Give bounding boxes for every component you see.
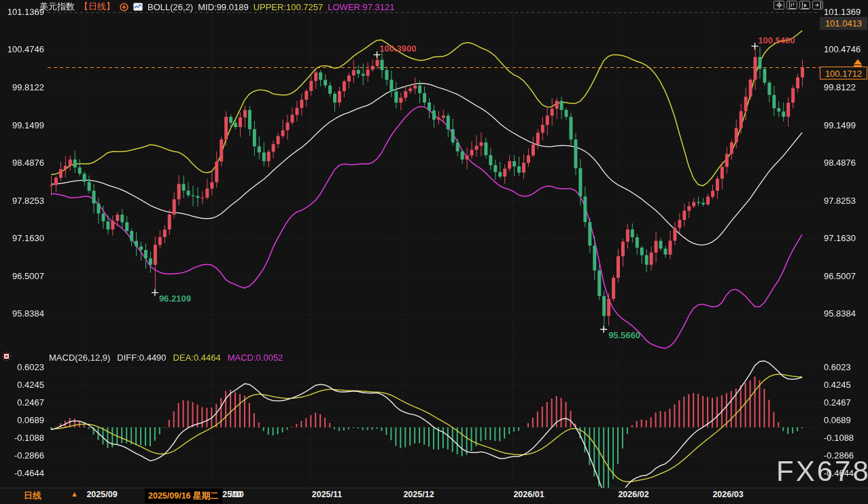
macd-axis-label-right: 0.6023	[824, 362, 851, 372]
price-axis-label-right: 100.4746	[824, 44, 861, 54]
month-label: 2026/01	[513, 490, 544, 499]
high-price-annotation: 100.3900	[380, 43, 417, 54]
main-chart-canvas[interactable]	[0, 0, 868, 349]
macd-axis-label-left: 0.2467	[0, 397, 44, 408]
macd-axis-label-right: 0.0689	[824, 415, 851, 425]
macd-chart-canvas[interactable]	[0, 349, 868, 488]
macd-hist-value: MACD:0.0052	[228, 353, 283, 363]
indicator-alert-icon[interactable]	[1, 351, 12, 364]
price-axis-label-left: 96.5007	[0, 271, 44, 281]
price-axis-label-left: 95.8384	[0, 308, 44, 319]
symbol-name: 美元指数	[39, 1, 75, 13]
session-high-price-label: 101.0413	[820, 17, 867, 30]
month-label-partial: /10	[230, 490, 241, 499]
price-axis-label-right: 99.8122	[824, 82, 856, 92]
month-label: 2025/11	[312, 490, 343, 499]
boll-mid-value: MID:99.0189	[198, 2, 248, 12]
boll-params: BOLL(26,2)	[147, 2, 193, 12]
period-selector-arrow-icon[interactable]: ▲	[71, 490, 78, 498]
price-axis-label-left: 101.1369	[0, 7, 44, 17]
crosshair-date-tooltip: 2025/09/16 星期二	[145, 488, 222, 503]
chart-toolbar	[774, 1, 823, 10]
boll-upper-value: UPPER:100.7257	[254, 2, 324, 12]
high-price-annotation: 100.5400	[759, 35, 795, 46]
price-axis-label-right: 97.8253	[824, 196, 856, 206]
macd-axis-label-left: -0.2866	[0, 450, 44, 461]
price-axis-label-left: 100.4746	[0, 44, 44, 54]
macd-axis-label-right: 0.2467	[824, 397, 851, 408]
price-marker-base	[854, 65, 862, 67]
macd-axis-label-right: -0.1088	[824, 433, 854, 443]
price-axis-label-right: 99.1499	[824, 120, 856, 130]
collapse-panel-button[interactable]	[812, 1, 823, 10]
period-tag[interactable]: 【日线】	[80, 1, 115, 13]
macd-diff-value: DIFF:0.4490	[117, 353, 166, 363]
price-axis-label-left: 97.1630	[0, 233, 44, 243]
month-label: 2026/03	[712, 490, 743, 499]
price-axis-label-right: 101.1369	[824, 7, 861, 17]
macd-axis-label-left: -0.4644	[0, 468, 44, 478]
price-axis-label-right: 98.4876	[824, 158, 856, 168]
month-label: 2025/09	[86, 490, 117, 499]
chart-app: 美元指数 【日线】 BOLL(26,2) MID:99.0189 UPPER:1…	[0, 0, 868, 504]
low-price-annotation: 96.2109	[159, 293, 191, 304]
macd-params: MACD(26,12,9)	[49, 353, 110, 363]
macd-header: MACD(26,12,9) DIFF:0.4490 DEA:0.4464 MAC…	[49, 353, 283, 363]
macd-axis-label-left: 0.0689	[0, 415, 44, 425]
price-axis-label-right: 96.5007	[824, 271, 856, 281]
macd-axis-label-left: 0.4245	[0, 380, 44, 390]
price-axis-label-left: 98.4876	[0, 158, 44, 168]
mini-chart-icon[interactable]	[133, 3, 143, 11]
price-axis-label-right: 97.1630	[824, 233, 856, 243]
scale-axis-left-button[interactable]	[786, 1, 797, 10]
macd-axis-label-right: 0.4245	[824, 380, 851, 390]
macd-dea-value: DEA:0.4464	[173, 353, 221, 363]
chart-header: 美元指数 【日线】 BOLL(26,2) MID:99.0189 UPPER:1…	[39, 1, 395, 12]
watermark: FX678	[776, 455, 868, 488]
last-price-label: 100.1712	[820, 67, 867, 79]
macd-axis-label-left: -0.1088	[0, 433, 44, 443]
price-marker-icon	[854, 59, 862, 65]
month-label: 2025/12	[403, 490, 434, 499]
price-axis-label-right: 95.8384	[824, 308, 856, 319]
month-label: 2026/02	[618, 490, 648, 499]
scale-axis-right-button[interactable]	[799, 1, 810, 10]
pan-move-button[interactable]	[774, 1, 784, 10]
low-price-annotation: 95.5660	[608, 330, 640, 340]
price-axis-label-left: 99.8122	[0, 82, 44, 92]
boll-lower-value: LOWER:97.3121	[328, 2, 394, 12]
price-axis-label-left: 97.8253	[0, 196, 44, 206]
period-selector[interactable]: 日线	[24, 490, 41, 502]
add-indicator-icon[interactable]	[120, 3, 128, 12]
price-axis-label-left: 99.1499	[0, 120, 44, 130]
